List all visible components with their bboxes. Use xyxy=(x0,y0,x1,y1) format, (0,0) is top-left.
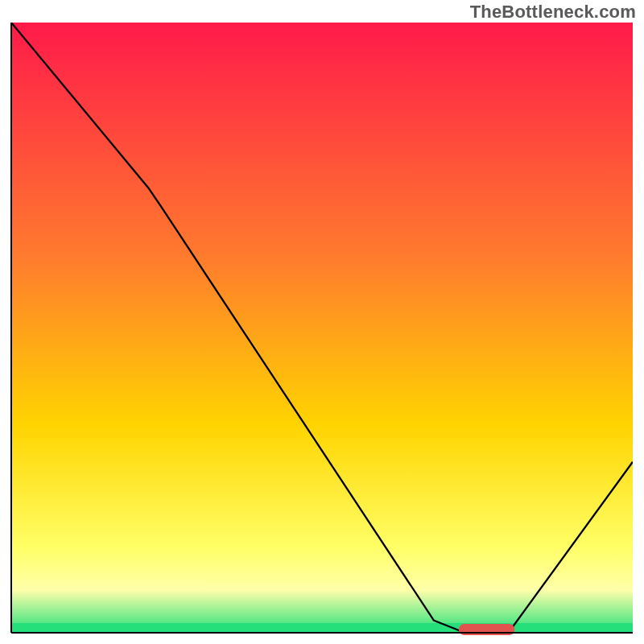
green-baseline xyxy=(11,623,633,633)
chart-background xyxy=(11,23,633,633)
bottleneck-chart xyxy=(0,23,644,644)
attribution-label: TheBottleneck.com xyxy=(470,2,636,23)
